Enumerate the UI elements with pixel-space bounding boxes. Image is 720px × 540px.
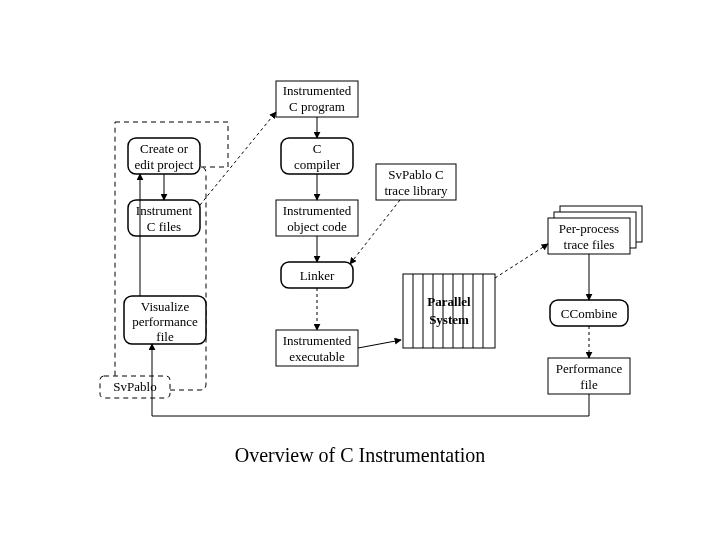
svg-text:CCombine: CCombine <box>561 306 618 321</box>
svg-text:System: System <box>429 312 469 327</box>
svg-text:trace files: trace files <box>564 237 615 252</box>
svg-line-51 <box>200 112 276 205</box>
node-performance-file: Performance file <box>548 358 630 394</box>
node-visualize-performance-file: Visualize performance file <box>124 296 206 344</box>
svpablo-label: SvPablo <box>113 379 156 394</box>
node-instrumented-c-program: Instrumented C program <box>276 81 358 117</box>
svg-text:Instrumented: Instrumented <box>283 203 352 218</box>
svg-text:Create or: Create or <box>140 141 189 156</box>
node-parallel-system: Parallel System <box>403 274 495 348</box>
svg-text:trace library: trace library <box>384 183 448 198</box>
svg-text:C files: C files <box>147 219 181 234</box>
svg-text:Parallel: Parallel <box>427 294 471 309</box>
svg-text:compiler: compiler <box>294 157 341 172</box>
svg-text:performance: performance <box>132 314 198 329</box>
node-linker: Linker <box>281 262 353 288</box>
node-instrumented-executable: Instrumented executable <box>276 330 358 366</box>
node-ccombine: CCombine <box>550 300 628 326</box>
svg-text:Instrumented: Instrumented <box>283 83 352 98</box>
caption: Overview of C Instrumentation <box>235 444 486 466</box>
svg-text:C: C <box>313 141 322 156</box>
svg-line-58 <box>495 244 548 278</box>
node-instrumented-object-code: Instrumented object code <box>276 200 358 236</box>
svg-text:executable: executable <box>289 349 345 364</box>
svg-rect-30 <box>403 274 495 348</box>
node-instrument-c-files: Instrument C files <box>128 200 200 236</box>
svg-text:file: file <box>580 377 598 392</box>
svg-text:Linker: Linker <box>300 268 335 283</box>
svg-text:edit project: edit project <box>135 157 194 172</box>
node-create-edit-project: Create or edit project <box>128 138 200 174</box>
svg-text:SvPablo C: SvPablo C <box>388 167 443 182</box>
node-c-compiler: C compiler <box>281 138 353 174</box>
svg-text:Visualize: Visualize <box>141 299 190 314</box>
svg-text:object code: object code <box>287 219 347 234</box>
node-trace-library: SvPablo C trace library <box>376 164 456 200</box>
edges <box>140 112 589 416</box>
node-per-process-trace-files: Per-process trace files <box>548 206 642 254</box>
svg-text:Performance: Performance <box>556 361 623 376</box>
svg-text:file: file <box>156 329 174 344</box>
svg-text:Instrument: Instrument <box>136 203 193 218</box>
svg-text:Instrumented: Instrumented <box>283 333 352 348</box>
svg-text:Per-process: Per-process <box>559 221 619 236</box>
svg-text:C program: C program <box>289 99 345 114</box>
svg-line-57 <box>358 340 401 348</box>
